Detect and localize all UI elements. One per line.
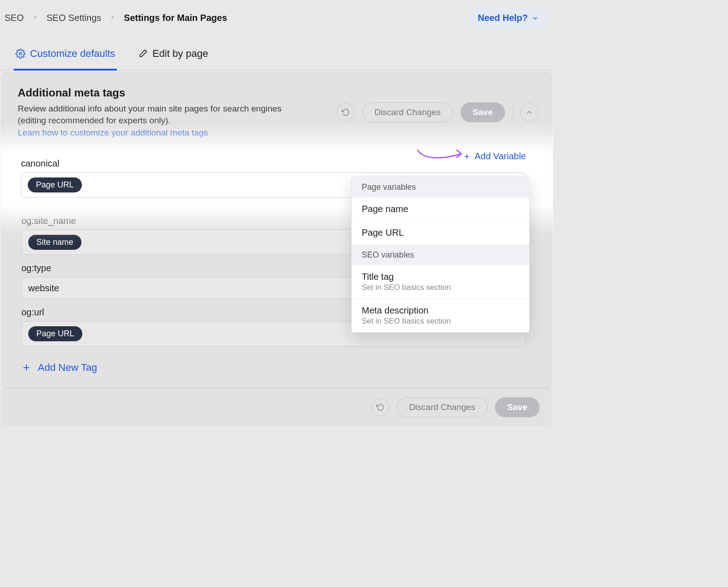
tab-customize-defaults[interactable]: Customize defaults	[14, 44, 117, 71]
dropdown-item-title-tag[interactable]: Title tag Set in SEO basics section	[352, 265, 529, 299]
svg-point-0	[19, 52, 22, 55]
variable-chip-page-url[interactable]: Page URL	[28, 326, 82, 341]
gear-icon	[15, 49, 25, 59]
dropdown-item-meta-description[interactable]: Meta description Set in SEO basics secti…	[352, 299, 529, 332]
dropdown-group-seo-variables: SEO variables	[352, 245, 529, 265]
section-description: Review additional info about your main s…	[18, 103, 309, 126]
discard-changes-button-footer[interactable]: Discard Changes	[397, 397, 488, 417]
chevron-right-icon	[109, 14, 116, 22]
tabs: Customize defaults Edit by page	[0, 40, 553, 71]
undo-icon	[376, 403, 384, 411]
section-title: Additional meta tags	[18, 86, 309, 99]
divider	[512, 106, 513, 119]
need-help-label: Need Help?	[478, 13, 528, 23]
chevron-right-icon	[32, 14, 38, 22]
meta-row-canonical: Add Variable canonical Page URL Page var…	[2, 150, 551, 207]
chevron-up-icon	[525, 108, 533, 116]
dropdown-item-subtitle: Set in SEO basics section	[362, 317, 519, 326]
undo-icon	[342, 108, 350, 116]
variable-dropdown: Page variables Page name Page URL SEO va…	[351, 177, 530, 333]
save-button-footer[interactable]: Save	[495, 397, 540, 417]
variable-chip-page-url[interactable]: Page URL	[28, 177, 82, 192]
crumb-seo-settings[interactable]: SEO Settings	[46, 13, 101, 23]
undo-button[interactable]	[337, 103, 355, 121]
dropdown-item-title: Meta description	[362, 305, 429, 315]
tab-edit-by-page-label: Edit by page	[152, 48, 208, 60]
collapse-button[interactable]	[520, 103, 538, 121]
add-new-tag-link[interactable]: Add New Tag	[21, 362, 97, 374]
breadcrumb: SEO SEO Settings Settings for Main Pages	[5, 13, 227, 23]
learn-more-link[interactable]: Learn how to customize your additional m…	[18, 128, 309, 138]
save-button[interactable]: Save	[460, 102, 505, 122]
footer-bar: Discard Changes Save	[2, 388, 551, 426]
dropdown-item-page-name[interactable]: Page name	[352, 197, 529, 221]
chevron-down-icon	[531, 15, 539, 22]
crumb-current: Settings for Main Pages	[124, 13, 227, 23]
meta-value-og-type: website	[28, 283, 59, 294]
tab-customize-label: Customize defaults	[30, 48, 115, 60]
variable-chip-site-name[interactable]: Site name	[28, 235, 81, 250]
add-new-tag-label: Add New Tag	[38, 362, 97, 374]
add-variable-label: Add Variable	[475, 151, 526, 162]
crumb-seo[interactable]: SEO	[5, 13, 24, 23]
pencil-icon	[138, 49, 148, 59]
add-variable-link[interactable]: Add Variable	[463, 151, 526, 162]
need-help-button[interactable]: Need Help?	[468, 8, 549, 28]
plus-icon	[21, 363, 31, 373]
tab-edit-by-page[interactable]: Edit by page	[136, 44, 210, 71]
discard-changes-button[interactable]: Discard Changes	[362, 102, 453, 122]
plus-icon	[463, 152, 471, 161]
undo-button-footer[interactable]	[371, 398, 389, 416]
section-header: Additional meta tags Review additional i…	[2, 72, 551, 150]
dropdown-item-title: Title tag	[362, 272, 394, 282]
dropdown-item-page-url[interactable]: Page URL	[352, 221, 529, 245]
meta-label-canonical: canonical	[21, 158, 526, 169]
dropdown-item-subtitle: Set in SEO basics section	[362, 283, 519, 292]
dropdown-group-page-variables: Page variables	[352, 177, 529, 197]
